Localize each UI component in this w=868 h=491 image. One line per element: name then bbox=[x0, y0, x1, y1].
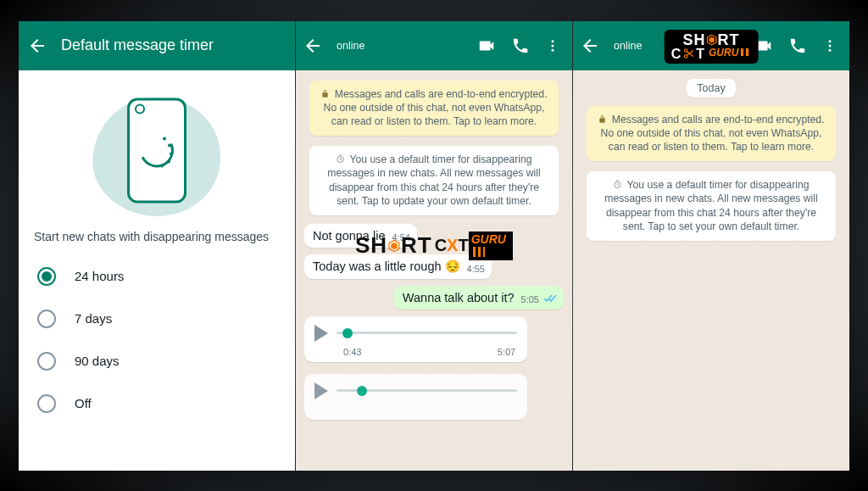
chat-body: Today Messages and calls are end-to-end … bbox=[573, 70, 849, 471]
timer-illustration bbox=[19, 70, 295, 225]
timer-notice-text: You use a default timer for disappearing… bbox=[604, 179, 817, 232]
svg-point-1 bbox=[552, 44, 554, 47]
radio-icon bbox=[37, 394, 56, 413]
encryption-notice[interactable]: Messages and calls are end-to-end encryp… bbox=[309, 81, 559, 136]
back-icon[interactable] bbox=[27, 36, 47, 56]
settings-title: Default message timer bbox=[61, 36, 214, 54]
video-call-icon[interactable] bbox=[754, 36, 773, 55]
voice-thumb[interactable] bbox=[342, 328, 353, 338]
settings-caption: Start new chats with disappearing messag… bbox=[19, 225, 295, 255]
voice-elapsed: 0:43 bbox=[343, 347, 361, 357]
svg-point-7 bbox=[829, 44, 832, 47]
option-label: Off bbox=[75, 396, 92, 410]
voice-thumb[interactable] bbox=[357, 386, 367, 396]
encryption-text: Messages and calls are end-to-end encryp… bbox=[324, 88, 548, 128]
timer-option-90d[interactable]: 90 days bbox=[31, 340, 283, 382]
incoming-message[interactable]: Not gonna lie 4:54 bbox=[304, 224, 417, 248]
message-time: 4:54 bbox=[392, 232, 409, 243]
timer-icon bbox=[336, 154, 345, 164]
timer-options: 24 hours 7 days 90 days Off bbox=[19, 255, 295, 425]
option-label: 7 days bbox=[75, 311, 112, 326]
radio-icon bbox=[37, 352, 56, 371]
contact-status-box[interactable]: online bbox=[337, 40, 464, 52]
timer-option-7d[interactable]: 7 days bbox=[31, 298, 283, 340]
timer-notice[interactable]: You use a default timer for disappearing… bbox=[587, 171, 836, 241]
option-label: 24 hours bbox=[75, 269, 124, 283]
incoming-message[interactable]: Today was a little rough 😔 4:55 bbox=[304, 254, 492, 279]
voice-message-partial[interactable]: .. bbox=[304, 374, 527, 420]
option-label: 90 days bbox=[75, 354, 120, 368]
contact-status-box[interactable]: online bbox=[614, 40, 741, 52]
lock-icon bbox=[598, 114, 607, 124]
back-icon[interactable] bbox=[580, 36, 600, 56]
play-icon[interactable] bbox=[314, 382, 328, 399]
radio-icon bbox=[37, 310, 56, 328]
chat-header: online bbox=[296, 21, 572, 70]
timer-option-24h[interactable]: 24 hours bbox=[31, 255, 283, 298]
panel-chat: online Messages and calls are end-to-end… bbox=[296, 21, 572, 471]
lock-icon bbox=[320, 89, 330, 98]
svg-point-2 bbox=[552, 48, 554, 51]
encryption-text: Messages and calls are end-to-end encryp… bbox=[601, 114, 825, 153]
triptych: Default message timer Start new chats wi bbox=[19, 21, 849, 471]
settings-header: Default message timer bbox=[19, 21, 295, 70]
svg-point-6 bbox=[829, 40, 832, 42]
voice-message[interactable]: 0:43 5:07 bbox=[304, 316, 527, 362]
more-icon[interactable] bbox=[822, 36, 837, 55]
timer-notice-text: You use a default timer for disappearing… bbox=[327, 153, 540, 207]
video-call-icon[interactable] bbox=[477, 36, 496, 55]
timer-option-off[interactable]: Off bbox=[31, 382, 283, 425]
voice-track[interactable] bbox=[337, 389, 517, 392]
timer-icon bbox=[613, 180, 622, 189]
outgoing-message[interactable]: Wanna talk about it? 5:05 bbox=[394, 286, 564, 310]
message-time: 5:05 bbox=[521, 293, 557, 304]
panel-settings: Default message timer Start new chats wi bbox=[19, 21, 295, 471]
voice-total: 5:07 bbox=[498, 347, 515, 357]
message-text: Wanna talk about it? bbox=[403, 291, 515, 304]
chat-body: Messages and calls are end-to-end encryp… bbox=[296, 70, 572, 471]
back-icon[interactable] bbox=[303, 36, 323, 56]
radio-selected-icon bbox=[37, 267, 56, 286]
voice-track[interactable] bbox=[337, 332, 517, 334]
message-time: 4:55 bbox=[467, 264, 485, 274]
status-label: online bbox=[614, 40, 741, 52]
voice-call-icon[interactable] bbox=[788, 36, 807, 55]
more-icon[interactable] bbox=[545, 36, 560, 55]
panel-chat-empty: online Today Messages and calls are end-… bbox=[573, 21, 849, 471]
chat-header: online bbox=[573, 21, 849, 70]
read-ticks-icon bbox=[543, 293, 557, 303]
play-icon[interactable] bbox=[314, 325, 328, 342]
encryption-notice[interactable]: Messages and calls are end-to-end encryp… bbox=[587, 106, 836, 161]
message-text: Not gonna lie bbox=[313, 229, 385, 243]
svg-point-0 bbox=[552, 40, 554, 42]
message-text: Today was a little rough 😔 bbox=[313, 259, 460, 274]
status-label: online bbox=[337, 40, 464, 52]
svg-point-8 bbox=[829, 48, 832, 51]
timer-notice[interactable]: You use a default timer for disappearing… bbox=[309, 146, 559, 215]
voice-call-icon[interactable] bbox=[511, 36, 530, 55]
date-pill: Today bbox=[687, 79, 735, 98]
